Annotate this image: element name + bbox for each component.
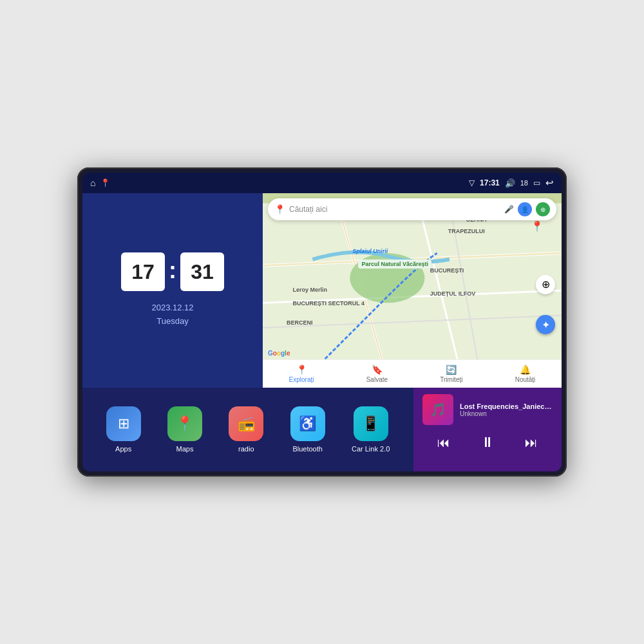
map-search-icons: 🎤 👤 ⊕ (504, 202, 550, 216)
radio-label: radio (238, 445, 254, 453)
map-label-sector4: BUCUREȘTI SECTORUL 4 (292, 300, 365, 307)
clock-display: 17 : 31 (121, 252, 224, 291)
music-title: Lost Frequencies_Janieck Devy-... (460, 402, 553, 410)
map-label-trapezului: TRAPEZULUI (448, 228, 485, 234)
home-icon[interactable]: ⌂ (90, 178, 95, 188)
apps-icon: ⊞ (118, 415, 129, 432)
maps-status-icon[interactable]: 📍 (100, 178, 110, 187)
clock-date: 2023.12.12 Tuesday (151, 301, 193, 328)
map-search-bar[interactable]: 📍 Căutați aici 🎤 👤 ⊕ (268, 198, 556, 220)
clock-minutes: 31 (180, 252, 224, 291)
maps-label: Maps (176, 445, 194, 453)
map-search-text[interactable]: Căutați aici (289, 205, 500, 214)
status-bar-right: ▽ 17:31 🔊 18 ▭ ↩ (469, 177, 554, 189)
battery-icon: ▭ (533, 178, 540, 187)
apps-label: Apps (115, 445, 131, 453)
app-item-carlink[interactable]: 📱 Car Link 2.0 (352, 406, 390, 453)
carlink-label: Car Link 2.0 (352, 445, 390, 453)
clock-panel: 17 : 31 2023.12.12 Tuesday (82, 193, 263, 388)
music-prev-button[interactable]: ⏮ (432, 433, 455, 453)
music-info: 🎵 Lost Frequencies_Janieck Devy-... Unkn… (422, 394, 553, 425)
bluetooth-icon-wrapper: ♿ (290, 406, 325, 441)
map-tab-explorati[interactable]: 📍 Explorați (289, 365, 314, 383)
music-panel: 🎵 Lost Frequencies_Janieck Devy-... Unkn… (413, 388, 562, 471)
music-art-icon: 🎵 (430, 402, 446, 417)
bluetooth-label: Bluetooth (292, 445, 322, 453)
map-panel[interactable]: 📍 Căutați aici 🎤 👤 ⊕ (263, 193, 562, 388)
volume-icon: 🔊 (505, 178, 515, 188)
back-icon[interactable]: ↩ (545, 177, 554, 189)
trimiteti-label: Trimiteți (440, 376, 462, 383)
map-label-leroy: Leroy Merlin (292, 287, 327, 293)
explorati-label: Explorați (289, 376, 314, 383)
compass-icon: ⊕ (542, 278, 550, 290)
map-red-pin: 📍 (531, 220, 544, 232)
map-pin-icon: 📍 (274, 204, 285, 214)
top-section: 17 : 31 2023.12.12 Tuesday (82, 193, 562, 388)
noutati-icon: 🔔 (520, 365, 531, 375)
trimiteti-icon: 🔄 (446, 365, 457, 375)
music-album-art: 🎵 (422, 394, 453, 425)
music-play-pause-button[interactable]: ⏸ (475, 431, 500, 453)
app-item-bluetooth[interactable]: ♿ Bluetooth (290, 406, 325, 453)
app-item-maps[interactable]: 📍 Maps (167, 406, 202, 453)
google-logo: Google (268, 350, 290, 357)
bluetooth-icon: ♿ (299, 415, 316, 432)
layers-icon[interactable]: ⊕ (536, 202, 550, 216)
salvate-label: Salvate (366, 376, 388, 383)
status-time: 17:31 (480, 178, 500, 187)
map-label-ilfov: JUDEȚUL ILFOV (430, 290, 475, 297)
signal-icon: ▽ (469, 178, 475, 187)
explorati-icon: 📍 (296, 365, 307, 375)
salvate-icon: 🔖 (372, 365, 383, 375)
music-artist: Unknown (460, 410, 553, 417)
apps-panel: ⊞ Apps 📍 Maps 📻 (82, 388, 413, 471)
app-item-radio[interactable]: 📻 radio (229, 406, 263, 453)
main-content: 17 : 31 2023.12.12 Tuesday (82, 193, 562, 471)
radio-icon-wrapper: 📻 (229, 406, 263, 441)
clock-hours: 17 (121, 252, 165, 291)
app-item-apps[interactable]: ⊞ Apps (106, 406, 141, 453)
bottom-section: ⊞ Apps 📍 Maps 📻 (82, 388, 562, 471)
map-label-splaiul: Splaiul Unirii (352, 248, 388, 254)
battery-level: 18 (520, 179, 528, 187)
carlink-icon-wrapper: 📱 (354, 406, 388, 441)
clock-separator: : (169, 257, 176, 284)
map-compass-button[interactable]: ⊕ (536, 275, 555, 294)
carlink-icon: 📱 (362, 415, 379, 432)
map-tab-noutati[interactable]: 🔔 Noutăți (515, 365, 536, 383)
status-bar-left: ⌂ 📍 (90, 178, 110, 188)
map-tab-trimiteti[interactable]: 🔄 Trimiteți (440, 365, 462, 383)
map-label-berceni: BERCENI (287, 319, 313, 326)
radio-icon: 📻 (238, 415, 255, 432)
maps-icon: 📍 (176, 415, 193, 432)
user-avatar[interactable]: 👤 (518, 202, 532, 216)
apps-icon-wrapper: ⊞ (106, 406, 141, 441)
music-text: Lost Frequencies_Janieck Devy-... Unknow… (460, 402, 553, 417)
maps-icon-wrapper: 📍 (167, 406, 202, 441)
location-icon: ✦ (542, 319, 550, 331)
noutati-label: Noutăți (515, 376, 536, 383)
map-label-parcul: Parcul Natural Văcărești (358, 260, 431, 269)
map-label-bucuresti: BUCUREȘTI (430, 267, 464, 274)
status-bar: ⌂ 📍 ▽ 17:31 🔊 18 ▭ ↩ (82, 173, 562, 193)
music-next-button[interactable]: ⏭ (520, 433, 543, 453)
music-controls: ⏮ ⏸ ⏭ (422, 431, 553, 453)
map-location-button[interactable]: ✦ (536, 315, 555, 334)
device-screen: ⌂ 📍 ▽ 17:31 🔊 18 ▭ ↩ 17 : (82, 173, 562, 471)
map-tab-salvate[interactable]: 🔖 Salvate (366, 365, 388, 383)
car-display-device: ⌂ 📍 ▽ 17:31 🔊 18 ▭ ↩ 17 : (77, 167, 567, 477)
map-bottom-bar: 📍 Explorați 🔖 Salvate 🔄 Trimiteți � (263, 359, 562, 388)
voice-search-icon[interactable]: 🎤 (504, 205, 514, 214)
